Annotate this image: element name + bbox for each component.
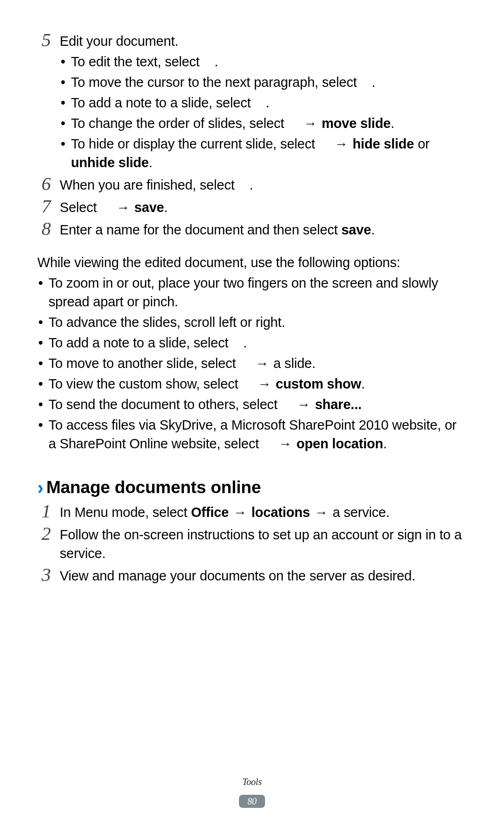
viewing-options-list: To zoom in or out, place your two finger… [37,274,467,453]
step-body: View and manage your documents on the se… [55,566,467,585]
step-number: 8 [37,219,55,238]
arrow-icon: → [304,116,317,131]
section-heading: › Manage documents online [37,475,467,499]
step-body: In Menu mode, select Office → locations … [55,503,467,522]
step-body: Select → save. [55,198,467,217]
viewing-options-intro: While viewing the edited document, use t… [37,253,467,272]
arrow-icon: → [116,200,130,215]
chevron-right-icon: › [37,478,43,497]
numbered-step: 1In Menu mode, select Office → locations… [37,503,467,522]
arrow-icon: → [297,397,310,412]
step-number: 3 [37,565,55,584]
step-number: 5 [37,31,55,49]
bullet-item: To hide or display the current slide, se… [60,134,467,172]
numbered-step: 8Enter a name for the document and then … [37,220,467,239]
bullet-item: To send the document to others, select →… [37,395,467,414]
arrow-icon: → [279,436,292,451]
arrow-icon: → [315,505,328,520]
step-number: 6 [37,175,55,193]
bullet-item: To view the custom show, select → custom… [37,375,467,393]
step-body: Enter a name for the document and then s… [55,220,467,239]
page-footer: Tools 80 [0,776,504,809]
step-number: 1 [37,502,55,521]
footer-section-label: Tools [0,776,504,789]
numbered-step: 5Edit your document.To edit the text, se… [37,32,467,172]
bullet-item: To change the order of slides, select → … [60,114,467,133]
numbered-step: 2Follow the on-screen instructions to se… [37,525,467,563]
manual-page: 5Edit your document.To edit the text, se… [0,0,504,827]
bullet-item: To access files via SkyDrive, a Microsof… [37,416,467,453]
step-body: Follow the on-screen instructions to set… [55,525,467,563]
bullet-item: To advance the slides, scroll left or ri… [37,313,467,332]
arrow-icon: → [335,136,348,151]
page-number-badge: 80 [239,795,265,808]
section-title: Manage documents online [46,475,261,499]
bullet-item: To add a note to a slide, select . [37,333,467,352]
numbered-step: 3View and manage your documents on the s… [37,566,467,585]
numbered-step: 7Select → save. [37,198,467,217]
bullet-item: To move to another slide, select → a sli… [37,354,467,373]
step-number: 7 [37,197,55,216]
step-body: When you are finished, select . [55,176,467,194]
step-body: Edit your document.To edit the text, sel… [55,32,467,172]
steps-list-a: 5Edit your document.To edit the text, se… [37,32,467,239]
bullet-item: To add a note to a slide, select . [60,93,467,112]
step-number: 2 [37,524,55,543]
bullet-item: To zoom in or out, place your two finger… [37,274,467,311]
sub-bullet-list: To edit the text, select .To move the cu… [60,52,467,172]
arrow-icon: → [258,376,271,391]
numbered-step: 6When you are finished, select . [37,176,467,194]
steps-list-b: 1In Menu mode, select Office → locations… [37,503,467,585]
arrow-icon: → [233,505,247,520]
arrow-icon: → [255,356,269,371]
bullet-item: To move the cursor to the next paragraph… [60,73,467,92]
bullet-item: To edit the text, select . [60,52,467,71]
